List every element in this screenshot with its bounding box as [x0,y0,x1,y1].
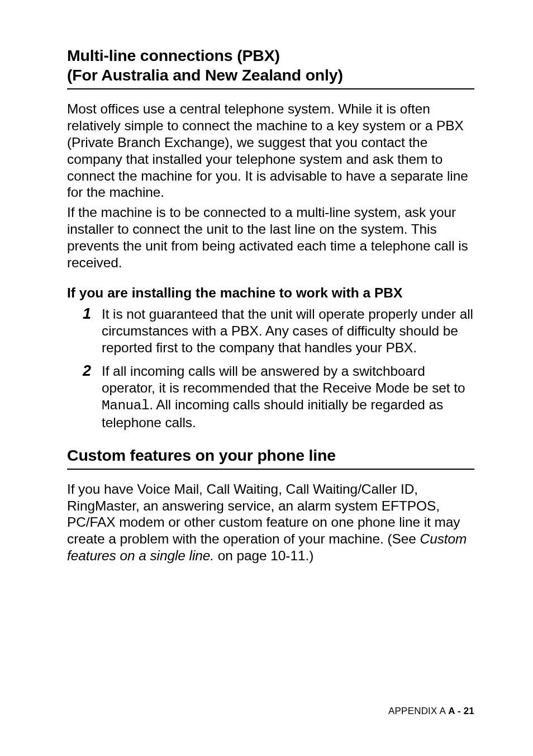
list-item-text: If all incoming calls will be answered b… [102,363,474,431]
list-item: 2 If all incoming calls will be answered… [83,363,474,431]
heading-custom-features: Custom features on your phone line [67,446,474,465]
heading-line-2: (For Australia and New Zealand only) [67,66,343,84]
heading-rule [67,469,474,470]
list-marker: 2 [83,363,94,379]
footer-appendix-label: APPENDIX A [388,706,445,716]
page-footer: APPENDIX A A - 21 [388,706,474,717]
code-manual: Manual [102,398,149,413]
para-post: on page 10-11.) [214,548,313,563]
para-custom-features: If you have Voice Mail, Call Waiting, Ca… [67,481,474,564]
heading-rule [67,88,474,89]
page: Multi-line connections (PBX) (For Austra… [0,0,533,756]
footer-page-number: A - 21 [448,706,474,716]
ordered-list: 1 It is not guaranteed that the unit wil… [83,306,474,431]
subheading-pbx-install: If you are installing the machine to wor… [67,285,474,302]
section-custom-features: Custom features on your phone line If yo… [67,446,474,564]
heading-pbx: Multi-line connections (PBX) (For Austra… [67,46,474,85]
list-item-text-pre: If all incoming calls will be answered b… [102,363,465,395]
heading-line-1: Multi-line connections (PBX) [67,46,280,64]
para-pre: If you have Voice Mail, Call Waiting, Ca… [67,481,460,547]
list-marker: 1 [83,306,94,322]
section-pbx: Multi-line connections (PBX) (For Austra… [67,46,474,431]
list-item: 1 It is not guaranteed that the unit wil… [83,306,474,356]
para-pbx-1: Most offices use a central telephone sys… [67,101,474,201]
para-pbx-2: If the machine is to be connected to a m… [67,204,474,271]
list-item-text-post: . All incoming calls should initially be… [102,397,443,430]
list-item-text: It is not guaranteed that the unit will … [102,306,474,356]
